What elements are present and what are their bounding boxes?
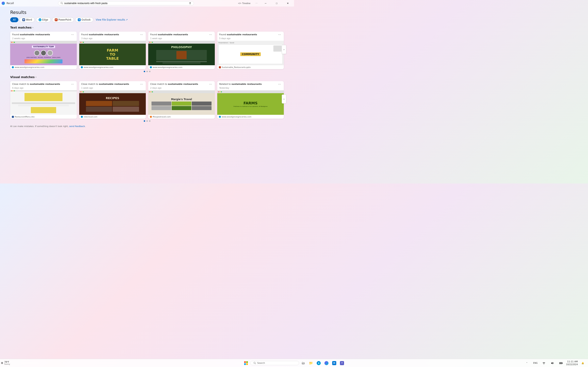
card-footer: Margiestravel.com <box>148 115 215 119</box>
minimize-button[interactable]: ─ <box>261 0 270 7</box>
titlebar: Recall </> Timeline ⋯ ─ □ ✕ <box>0 0 294 7</box>
card-title: Found sustainable restaurants <box>12 33 70 36</box>
visual-matches-pagination <box>10 120 284 122</box>
more-options-button[interactable]: ⋯ <box>254 1 259 6</box>
text-matches-pagination <box>10 71 284 72</box>
edge-source-icon <box>219 116 221 118</box>
visual-dot-1[interactable] <box>144 120 145 122</box>
card-title: Close match to sustainable restaurants <box>81 83 139 85</box>
card-source: www.woodgrovegroceries.com <box>84 66 113 68</box>
text-matches-section: Found sustainable restaurants ⋯ 2 weeks … <box>10 32 284 69</box>
outlook-icon: O <box>78 18 81 21</box>
text-matches-next-arrow[interactable]: › <box>282 45 286 54</box>
card-footer: www.woodgrovegroceries.com <box>10 65 77 69</box>
text-match-card-0[interactable]: Found sustainable restaurants ⋯ 2 weeks … <box>10 32 77 69</box>
card-time: 2 weeks ago <box>10 37 77 41</box>
dot-3[interactable] <box>149 71 150 72</box>
recall-icon <box>2 2 5 5</box>
filter-outlook[interactable]: O Outlook <box>75 17 93 22</box>
filter-powerpoint[interactable]: P PowerPoint <box>52 17 74 22</box>
view-explorer-link[interactable]: View File Explorer results ↗ <box>96 18 128 21</box>
timeline-button[interactable]: </> Timeline <box>236 1 252 5</box>
powerpoint-icon: P <box>55 18 58 21</box>
text-matches-header[interactable]: Text matches › <box>10 26 284 29</box>
close-button[interactable]: ✕ <box>283 0 292 7</box>
card-source: Sustainable_Restaurants.pptx <box>222 66 251 68</box>
card-time: 5 days ago <box>217 37 284 41</box>
visual-matches-section: Close match to sustainable restaurants ⋯… <box>10 81 284 119</box>
visual-matches-next-arrow[interactable]: › <box>282 95 286 104</box>
card-time: 1 week ago <box>148 37 215 41</box>
search-input[interactable] <box>64 2 188 5</box>
visual-dot-3[interactable] <box>149 120 150 122</box>
filter-all[interactable]: All <box>10 17 18 22</box>
filter-word[interactable]: W Word <box>20 17 35 22</box>
card-more-button[interactable]: ⋯ <box>139 33 144 36</box>
edge-source-icon <box>12 66 14 68</box>
card-thumbnail: RECIPES <box>79 90 146 115</box>
card-title: Found sustainable restaurants <box>150 33 208 36</box>
text-matches-grid: Found sustainable restaurants ⋯ 2 weeks … <box>10 32 284 69</box>
card-footer: www.woodgrovegroceries.com <box>217 115 284 119</box>
card-more-button[interactable]: ⋯ <box>208 83 213 86</box>
send-feedback-link[interactable]: send feedback <box>69 125 85 127</box>
visual-matches-grid: Close match to sustainable restaurants ⋯… <box>10 81 284 119</box>
card-title: Found sustainable restaurants <box>81 33 139 36</box>
visual-match-card-1[interactable]: Close match to sustainable restaurants ⋯… <box>79 81 146 119</box>
svg-rect-2 <box>190 2 191 3</box>
card-thumbnail <box>10 90 77 115</box>
card-title: Found sustainable restaurants <box>219 33 277 36</box>
card-footer: Sustainable_Restaurants.pptx <box>217 65 284 69</box>
edge-icon: e <box>39 18 42 21</box>
card-footer: www.woodgrovegroceries.com <box>79 65 146 69</box>
card-source: relecloud.com <box>84 116 97 118</box>
card-more-button[interactable]: ⋯ <box>70 83 75 86</box>
search-icon <box>61 2 63 4</box>
filter-edge[interactable]: e Edge <box>36 17 51 22</box>
edge-orange-source-icon <box>150 116 152 118</box>
card-time: 2 days ago <box>148 86 215 90</box>
card-title: Close match to sustainable restaurants <box>12 83 70 85</box>
card-time: 1 week ago <box>79 86 146 90</box>
card-time: 6 days ago <box>10 86 77 90</box>
card-more-button[interactable]: ⋯ <box>208 33 213 36</box>
visual-match-card-0[interactable]: Close match to sustainable restaurants ⋯… <box>10 81 77 119</box>
dot-2[interactable] <box>146 71 148 72</box>
text-match-card-3[interactable]: Found sustainable restaurants ⋯ 5 days a… <box>217 32 284 69</box>
card-thumbnail: PHILOSOPHY <box>148 41 215 65</box>
card-source: Margiestravel.com <box>153 116 171 118</box>
dot-1[interactable] <box>144 71 145 72</box>
card-source: www.woodgrovegroceries.com <box>15 66 44 68</box>
card-thumbnail: SUSTAINABILITY TEAM JORDI MARTINEZ MICHA… <box>10 41 77 65</box>
card-more-button[interactable]: ⋯ <box>277 83 282 86</box>
ppt-source-icon <box>219 66 221 68</box>
card-footer: relecloud.com <box>79 115 146 119</box>
visual-dot-2[interactable] <box>146 120 148 122</box>
card-title: Close match to sustainable restaurants <box>150 83 208 85</box>
text-match-card-2[interactable]: Found sustainable restaurants ⋯ 1 week a… <box>148 32 215 69</box>
ai-disclaimer: AI can make mistakes. If something doesn… <box>10 125 284 127</box>
word-icon: W <box>22 18 25 21</box>
microphone-icon[interactable] <box>189 2 191 4</box>
svg-point-0 <box>61 2 62 4</box>
card-time: 3 days ago <box>79 37 146 41</box>
visual-match-card-2[interactable]: Close match to sustainable restaurants ⋯… <box>148 81 215 119</box>
chevron-right-icon-2: › <box>35 76 36 78</box>
maximize-button[interactable]: □ <box>272 0 281 7</box>
card-more-button[interactable]: ⋯ <box>277 33 282 36</box>
word-source-icon <box>12 116 14 118</box>
filter-tabs: All W Word e Edge P PowerPoint O Outlook… <box>10 17 284 22</box>
search-bar[interactable] <box>58 1 194 5</box>
card-thumbnail: FARMTOTABLE <box>79 41 146 65</box>
card-thumbnail: FARMS Freshness is a hallmark of our ope… <box>217 90 284 115</box>
card-more-button[interactable]: ⋯ <box>70 33 75 36</box>
card-footer: RestaurantMenu.doc <box>10 115 77 119</box>
visual-match-card-3[interactable]: Related to sustainable restaurants ⋯ Yes… <box>217 81 284 119</box>
card-source: RestaurantMenu.doc <box>15 116 35 118</box>
card-source: www.woodgrovegroceries.com <box>153 66 182 68</box>
text-match-card-1[interactable]: Found sustainable restaurants ⋯ 3 days a… <box>79 32 146 69</box>
app-title: Recall <box>7 2 14 5</box>
edge-source-icon <box>81 66 83 68</box>
card-more-button[interactable]: ⋯ <box>139 83 144 86</box>
visual-matches-header[interactable]: Visual matches › <box>10 75 284 79</box>
